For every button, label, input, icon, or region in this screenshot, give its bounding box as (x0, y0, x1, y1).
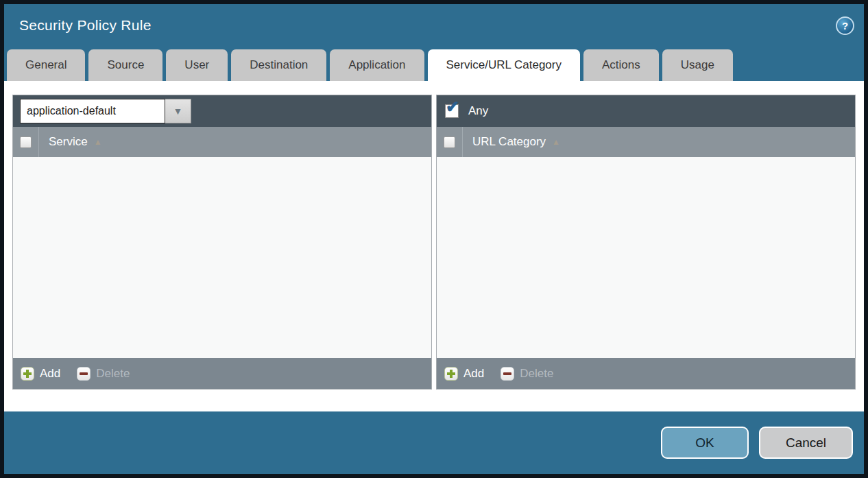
service-column-label[interactable]: Service (49, 135, 88, 149)
service-table-header: Service ▲ (13, 127, 431, 157)
minus-icon (501, 367, 514, 381)
service-panel: ▼ Service ▲ Add Delete (12, 95, 432, 390)
chevron-down-icon[interactable]: ▼ (165, 99, 191, 123)
checkmark-icon: ✔ (446, 99, 459, 115)
help-icon[interactable]: ? (836, 16, 854, 35)
service-delete-button[interactable]: Delete (77, 367, 130, 381)
any-checkbox[interactable]: ✔ (445, 104, 459, 118)
service-header-checkbox-cell (13, 127, 39, 157)
service-type-combo: ▼ (20, 99, 191, 123)
tab-source[interactable]: Source (88, 49, 162, 81)
url-category-header-checkbox-cell (437, 127, 463, 157)
url-category-column-label[interactable]: URL Category (472, 135, 546, 149)
sort-asc-icon[interactable]: ▲ (94, 137, 102, 147)
any-label: Any (468, 104, 488, 118)
sort-asc-icon[interactable]: ▲ (552, 137, 560, 147)
cancel-button[interactable]: Cancel (759, 427, 853, 459)
tab-general[interactable]: General (7, 49, 85, 81)
service-list-body[interactable] (13, 157, 431, 358)
plus-icon (444, 367, 458, 381)
tab-destination[interactable]: Destination (231, 49, 326, 81)
url-category-footer: Add Delete (437, 358, 855, 389)
tab-service-url-category[interactable]: Service/URL Category (428, 49, 581, 81)
service-add-button[interactable]: Add (21, 367, 60, 381)
service-type-input[interactable] (20, 99, 165, 123)
tab-application[interactable]: Application (330, 49, 424, 81)
url-category-table-header: URL Category ▲ (437, 127, 855, 157)
service-delete-label: Delete (96, 367, 130, 381)
url-category-select-all-checkbox[interactable] (444, 136, 455, 148)
dialog-button-row: OK Cancel (4, 411, 864, 474)
tab-actions[interactable]: Actions (583, 49, 659, 81)
minus-icon (77, 367, 91, 381)
url-category-list-body[interactable] (437, 157, 855, 358)
tab-content: ▼ Service ▲ Add Delete (4, 81, 864, 411)
url-category-panel: ✔ Any URL Category ▲ Add Delete (436, 95, 856, 390)
tab-bar: GeneralSourceUserDestinationApplicationS… (4, 47, 864, 81)
plus-icon (21, 367, 34, 381)
service-add-label: Add (40, 367, 60, 381)
titlebar: Security Policy Rule ? (4, 4, 864, 47)
service-select-all-checkbox[interactable] (20, 136, 32, 148)
dialog-title: Security Policy Rule (19, 17, 152, 34)
security-policy-rule-dialog: Security Policy Rule ? GeneralSourceUser… (4, 4, 864, 474)
url-category-add-label: Add (463, 367, 484, 381)
service-footer: Add Delete (13, 358, 431, 389)
url-category-delete-button[interactable]: Delete (501, 367, 553, 381)
tab-usage[interactable]: Usage (662, 49, 733, 81)
ok-button[interactable]: OK (661, 427, 749, 459)
url-category-add-button[interactable]: Add (444, 367, 484, 381)
tab-user[interactable]: User (166, 49, 228, 81)
service-toolbar: ▼ (13, 95, 431, 127)
url-category-delete-label: Delete (520, 367, 553, 381)
url-category-toolbar: ✔ Any (437, 95, 855, 127)
